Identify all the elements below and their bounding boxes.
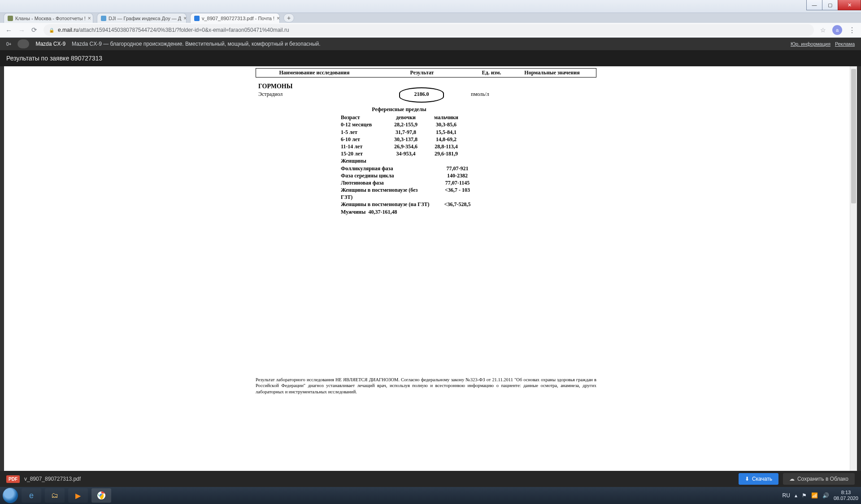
- ad-text: Mazda CX-9 — благородное происхождение. …: [72, 41, 321, 47]
- forward-button[interactable]: →: [18, 26, 25, 34]
- lock-icon: 🔒: [49, 28, 54, 33]
- viewer-stage: Наименование исследования Результат Ед. …: [0, 66, 861, 471]
- reference-row: Женщины в постменопаузе (без ГЗТ)<36,7 -…: [341, 186, 605, 201]
- browser-tab[interactable]: Кланы - Москва - Фотоотчеты ! ×: [4, 13, 93, 23]
- browser-tab[interactable]: v_8907_890727313.pdf - Почта ! ×: [190, 13, 280, 23]
- analyte-value: 2186.0: [372, 91, 471, 98]
- col-unit: Ед. изм.: [471, 69, 512, 77]
- browser-tab[interactable]: DJI — График индекса Доу — Д ×: [97, 13, 187, 23]
- reference-title: Референсные пределы: [341, 106, 457, 113]
- ref-col-boys: мальчики: [426, 114, 466, 121]
- results-header-row: Наименование исследования Результат Ед. …: [256, 68, 596, 78]
- os-taskbar: e 🗂 ▶ RU ▴ ⚑ 📶 🔊 8:1308.07.2020: [0, 487, 861, 504]
- favicon-icon: [101, 16, 106, 21]
- reference-row: 1-5 лет31,7-97,815,5-84,1: [341, 129, 605, 136]
- save-to-cloud-button[interactable]: ☁ Сохранить в Облако: [783, 473, 855, 485]
- browser-tabstrip: Кланы - Москва - Фотоотчеты ! × DJI — Гр…: [0, 13, 861, 23]
- favicon-icon: [8, 16, 13, 21]
- ref-col-age: Возраст: [341, 114, 386, 121]
- reference-row: 11-14 лет26,9-354,628,8-113,4: [341, 143, 605, 150]
- col-name: Наименование исследования: [256, 69, 373, 77]
- new-tab-button[interactable]: +: [283, 13, 294, 22]
- analyte-unit: пмоль/л: [471, 91, 511, 98]
- download-button[interactable]: ⬇ Скачать: [739, 473, 778, 485]
- tab-title: Кланы - Москва - Фотоотчеты !: [15, 16, 86, 21]
- tray-flag-icon[interactable]: ⚑: [802, 492, 807, 499]
- cloud-icon: ☁: [789, 476, 795, 482]
- taskbar-explorer-icon[interactable]: 🗂: [45, 488, 65, 503]
- ref-col-girls: девочки: [386, 114, 426, 121]
- reference-row: Женщины в постменопаузе (на ГЗТ)<36,7-52…: [341, 201, 605, 208]
- tab-close-icon[interactable]: ×: [183, 15, 187, 22]
- col-result: Результат: [373, 69, 471, 77]
- tray-lang[interactable]: RU: [783, 492, 790, 499]
- tab-title: v_8907_890727313.pdf - Почта !: [202, 16, 274, 21]
- scrollbar-thumb[interactable]: [851, 69, 856, 203]
- col-normal: Нормальные значения: [512, 69, 592, 77]
- women-label: Женщины: [341, 157, 605, 164]
- tray-network-icon[interactable]: 📶: [811, 492, 818, 499]
- start-button[interactable]: [3, 488, 18, 503]
- favicon-icon: [194, 16, 200, 21]
- result-row: Эстрадиол 2186.0 пмоль/л: [256, 91, 596, 98]
- reference-row: 0-12 месяцев28,2-155,930,3-85,6: [341, 121, 605, 128]
- back-button[interactable]: ←: [5, 26, 12, 34]
- taskbar-chrome-icon[interactable]: [91, 488, 111, 503]
- ad-logo-icon: [17, 39, 29, 48]
- profile-avatar[interactable]: a: [832, 25, 842, 35]
- tab-close-icon[interactable]: ×: [277, 15, 280, 22]
- download-bar: PDF v_8907_890727313.pdf ⬇ Скачать ☁ Сох…: [0, 471, 861, 487]
- window-maximize-button[interactable]: ▢: [822, 0, 838, 10]
- ad-legal-link[interactable]: Юр. информация: [791, 41, 831, 47]
- browser-toolbar: ← → ⟳ 🔒 e.mail.ru/attach/159414503807875…: [0, 23, 861, 38]
- ad-label-link[interactable]: Реклама: [835, 41, 855, 47]
- taskbar-media-icon[interactable]: ▶: [68, 488, 88, 503]
- disclaimer-text: Результат лабораторного исследования НЕ …: [256, 377, 596, 395]
- reference-row: Лютеиновая фаза77,07-1145: [341, 179, 605, 186]
- reload-button[interactable]: ⟳: [31, 26, 37, 34]
- tray-show-hidden-icon[interactable]: ▴: [795, 492, 797, 499]
- bookmark-icon[interactable]: ☆: [820, 26, 826, 34]
- tray-clock[interactable]: 8:1308.07.2020: [834, 490, 858, 501]
- scrollbar[interactable]: [850, 66, 857, 471]
- reference-row: Фаза середины цикла140-2382: [341, 172, 605, 179]
- system-tray: RU ▴ ⚑ 📶 🔊 8:1308.07.2020: [783, 490, 858, 501]
- download-icon: ⬇: [745, 476, 749, 482]
- reference-row: Фолликулярная фаза77,07-921: [341, 165, 605, 172]
- window-close-button[interactable]: ✕: [838, 0, 861, 10]
- highlight-ellipse-icon: [399, 87, 444, 103]
- window-minimize-button[interactable]: —: [806, 0, 822, 10]
- age-badge: 0+: [6, 42, 11, 47]
- os-titlebar: — ▢ ✕: [0, 0, 861, 13]
- analyte-name: Эстрадиол: [256, 91, 372, 98]
- pdf-page: Наименование исследования Результат Ед. …: [256, 66, 605, 471]
- ad-brand: Mazda CX-9: [35, 41, 65, 47]
- address-bar[interactable]: 🔒 e.mail.ru/attach/15941450380787544724/…: [43, 24, 814, 36]
- men-label: Мужчины 40,37-161,48: [341, 208, 430, 215]
- page-title: Результаты по заявке 890727313: [0, 50, 861, 66]
- taskbar-ie-icon[interactable]: e: [22, 488, 41, 503]
- tab-close-icon[interactable]: ×: [88, 15, 91, 22]
- pdf-badge-icon: PDF: [6, 475, 20, 483]
- tray-volume-icon[interactable]: 🔊: [822, 492, 829, 499]
- reference-row: 15-20 лет34-953,429,6-181,9: [341, 150, 605, 157]
- reference-ranges: Референсные пределы Возраст девочки маль…: [341, 106, 605, 215]
- reference-row: 6-10 лет30,3-137,814,8-69,2: [341, 136, 605, 143]
- tab-title: DJI — График индекса Доу — Д: [109, 16, 181, 21]
- browser-menu-icon[interactable]: ⋮: [848, 26, 856, 34]
- ad-banner[interactable]: 0+ Mazda CX-9 Mazda CX-9 — благородное п…: [0, 38, 861, 50]
- download-filename: v_8907_890727313.pdf: [24, 476, 81, 482]
- url-text: e.mail.ru/attach/15941450380787544724/0%…: [58, 27, 289, 33]
